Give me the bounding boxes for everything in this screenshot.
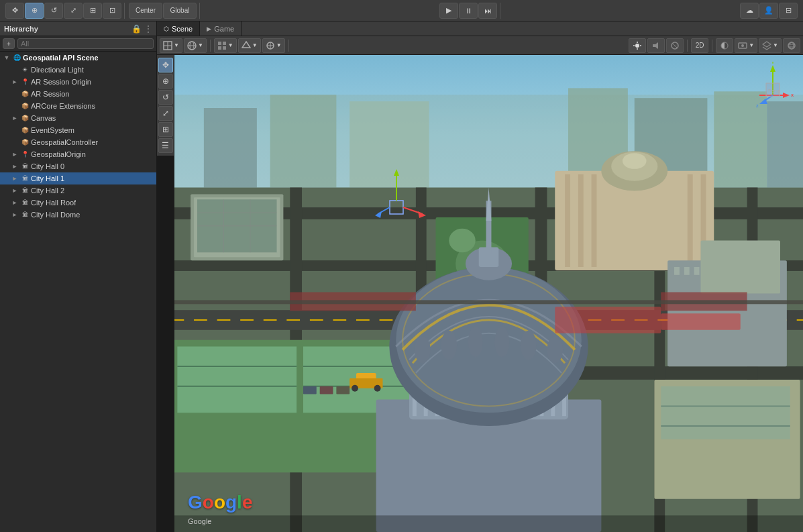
svg-rect-36 (350, 101, 429, 187)
canvas-icon: 📦 (20, 113, 30, 123)
tb-sep-1 (210, 40, 211, 52)
ace-icon: 📦 (20, 101, 30, 111)
ch0-label: City Hall 0 (31, 162, 64, 170)
tool-rotate[interactable]: ↺ (158, 90, 173, 105)
canvas-label: Canvas (31, 114, 56, 122)
hierarchy-item-ar-session-origin[interactable]: ► 📍 AR Session Origin (0, 76, 156, 88)
scene-shade-btn[interactable] (716, 38, 733, 53)
hierarchy-search-input[interactable] (17, 38, 154, 49)
layers-btn[interactable]: ⊟ (779, 3, 798, 19)
hierarchy-item-city-hall-roof[interactable]: ► 🏛 City Hall Roof (0, 197, 156, 209)
pause-btn[interactable]: ⏸ (459, 3, 478, 19)
hierarchy-item-root[interactable]: ▼ 🌐 Geospatial API Scene (0, 52, 156, 64)
rotate-tool-btn[interactable]: ↺ (44, 3, 63, 19)
svg-rect-116 (336, 386, 350, 394)
ch1-label: City Hall 1 (31, 174, 64, 182)
ch1-icon: 🏛 (20, 174, 30, 183)
hierarchy-lock-btn[interactable]: 🔒 (131, 24, 142, 34)
hierarchy-item-arcore-extensions[interactable]: 📦 ARCore Extensions (0, 100, 156, 112)
scene-draw-btn[interactable]: ▼ (160, 38, 182, 53)
chd-label: City Hall Dome (31, 211, 80, 219)
main-toolbar: ✥ ⊕ ↺ ⤢ ⊞ ⊡ Center Global ▶ ⏸ ⏭ ☁ 👤 ⊟ (0, 0, 803, 21)
svg-rect-8 (218, 46, 221, 50)
scene-fx-btn[interactable] (666, 38, 684, 53)
scene-image[interactable]: Google Google Y X Z Persp (174, 55, 803, 532)
es-label: EventSystem (31, 126, 74, 134)
chr-arrow: ► (11, 199, 19, 207)
transform-tools-group: ✥ ⊕ ↺ ⤢ ⊞ ⊡ (3, 3, 125, 19)
game-tab[interactable]: ▶ Game (200, 21, 242, 36)
hierarchy-item-city-hall-2[interactable]: ► 🏛 City Hall 2 (0, 184, 156, 197)
hierarchy-add-btn[interactable]: + (3, 38, 15, 49)
scene-grid-btn[interactable]: ▼ (214, 38, 237, 53)
scene-2d-btn[interactable]: 2D (691, 38, 708, 53)
scene-tab-label: Scene (172, 25, 193, 33)
hierarchy-item-city-hall-dome[interactable]: ► 🏛 City Hall Dome (0, 209, 156, 221)
play-btn[interactable]: ▶ (439, 3, 458, 19)
step-btn[interactable]: ⏭ (478, 3, 497, 19)
tb-sep-2 (288, 40, 289, 52)
tb-sep-4 (712, 40, 712, 52)
svg-point-96 (494, 327, 509, 357)
hierarchy-item-geospatial-controller[interactable]: 📦 GeospatialController (0, 136, 156, 148)
transform-tool-btn[interactable]: ⊡ (103, 3, 121, 19)
scene-tab[interactable]: ⬡ Scene (157, 21, 200, 36)
scene-layers-btn[interactable]: ▼ (759, 38, 782, 53)
hierarchy-item-city-hall-0[interactable]: ► 🏛 City Hall 0 (0, 160, 156, 172)
move-tool-btn[interactable]: ⊕ (25, 3, 44, 19)
tool-hand[interactable]: ✥ (158, 58, 173, 72)
tool-rect[interactable]: ⊞ (158, 122, 173, 137)
layers-chevron: ▼ (773, 42, 778, 48)
scene-audio-btn[interactable] (647, 38, 665, 53)
svg-point-24 (741, 44, 744, 47)
ch0-icon: 🏛 (20, 162, 30, 171)
tool-scale[interactable]: ⤢ (158, 106, 173, 121)
scale-tool-btn[interactable]: ⤢ (64, 3, 83, 19)
svg-rect-60 (578, 174, 584, 267)
scene-tabs: ⬡ Scene ▶ Game (157, 21, 803, 36)
account-btn[interactable]: 👤 (759, 3, 778, 19)
svg-rect-122 (555, 307, 661, 333)
aso-arrow: ► (11, 78, 19, 86)
scene-globe-btn[interactable]: ▼ (184, 38, 207, 53)
hierarchy-header: Hierarchy 🔒 ⋮ (0, 21, 156, 36)
tool-move[interactable]: ⊕ (158, 74, 173, 89)
gc-arrow (11, 138, 19, 146)
hierarchy-item-city-hall-1[interactable]: ► 🏛 City Hall 1 (0, 172, 156, 184)
scene-lighting-btn[interactable] (629, 38, 646, 53)
global-btn[interactable]: Global (163, 3, 197, 19)
cloud-btn[interactable]: ☁ (740, 3, 759, 19)
svg-rect-121 (174, 300, 803, 304)
svg-point-22 (721, 42, 728, 49)
go-label: GeospatialOrigin (31, 150, 86, 158)
scene-viewport[interactable]: ⬡ Scene ▶ Game ▼ ▼ ▼ (157, 21, 803, 532)
hierarchy-search-bar: + (0, 36, 156, 52)
hierarchy-panel: Hierarchy 🔒 ⋮ + ▼ 🌐 Geospatial API Scene… (0, 21, 157, 532)
svg-text:Y: Y (771, 62, 774, 64)
as-label: AR Session (31, 90, 69, 98)
hierarchy-menu-btn[interactable]: ⋮ (144, 24, 152, 34)
scene-gizmo-btn[interactable]: ▼ (262, 38, 285, 53)
scene-earth-btn[interactable] (783, 38, 800, 53)
svg-rect-62 (688, 174, 693, 267)
svg-point-112 (352, 385, 358, 392)
pivot-btn[interactable]: Center (129, 3, 162, 19)
dl-icon: ☀ (20, 65, 30, 74)
hierarchy-title: Hierarchy (4, 25, 129, 33)
hierarchy-item-directional-light[interactable]: ☀ Directional Light (0, 64, 156, 76)
chd-icon: 🏛 (20, 210, 30, 219)
svg-point-14 (635, 44, 639, 48)
scene-camera-btn[interactable]: ▼ (735, 38, 757, 53)
hierarchy-item-canvas[interactable]: ► 📦 Canvas (0, 112, 156, 124)
scene-snap-btn[interactable]: ▼ (238, 38, 261, 53)
hand-tool-btn[interactable]: ✥ (5, 3, 24, 19)
tool-transform[interactable]: ☰ (158, 138, 173, 153)
navigation-cube[interactable]: Y X Z Persp (749, 62, 796, 109)
hierarchy-item-event-system[interactable]: 📦 EventSystem (0, 124, 156, 136)
hierarchy-item-ar-session[interactable]: 📦 AR Session (0, 88, 156, 100)
rect-tool-btn[interactable]: ⊞ (83, 3, 102, 19)
2d-label: 2D (696, 42, 704, 49)
hierarchy-item-geospatial-origin[interactable]: ► 📍 GeospatialOrigin (0, 148, 156, 160)
scene-tools: ✥ ⊕ ↺ ⤢ ⊞ ☰ (157, 55, 174, 156)
canvas-arrow: ► (11, 114, 19, 122)
